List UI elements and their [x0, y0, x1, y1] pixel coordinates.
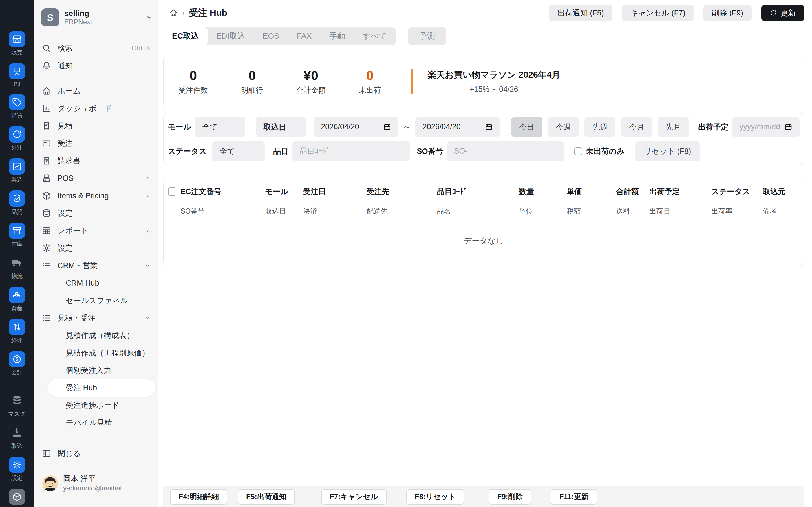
receipt-icon [42, 121, 51, 131]
store-icon [9, 31, 25, 47]
tab-ec-import[interactable]: EC取込 [163, 27, 207, 45]
sidebar-item-quote-bom[interactable]: 見積作成（構成表） [36, 327, 156, 344]
tab-all[interactable]: すべて [354, 27, 396, 45]
so-number-input-wrap [447, 141, 564, 161]
sidebar-item-quote-process-cost[interactable]: 見積作成（工程別原価） [36, 344, 156, 362]
item-filter-label: 品目 [273, 146, 289, 156]
fkey-f9[interactable]: F9:削除 [489, 489, 531, 505]
ship-notice-button[interactable]: 出荷通知 (F5) [549, 5, 612, 21]
sidebar-item-sales-funnel[interactable]: セールスファネル [36, 292, 156, 309]
sidebar-item-order-progress-board[interactable]: 受注進捗ボード [36, 397, 156, 414]
quick-date-先週[interactable]: 先週 [585, 117, 615, 137]
workspace-switcher[interactable]: S selling ERPNext [41, 7, 153, 27]
sidebar-item-crm-sales[interactable]: CRM・営業 [36, 257, 156, 274]
sidebar-item-settings[interactable]: 設定 [36, 239, 156, 257]
sidebar-item-sales-order[interactable]: 受注 [36, 135, 156, 152]
sidebar-item-invoice[interactable]: 請求書 [36, 152, 156, 170]
list-icon [42, 313, 51, 323]
sidebar-notifications-label: 通知 [57, 61, 73, 71]
sidebar-item-order-hub[interactable]: 受注 Hub [48, 379, 156, 397]
fkey-f11[interactable]: F11:更新 [551, 489, 597, 505]
orders-table: EC注文番号モール受注日受注先品目ｺｰﾄﾞ数量単価合計額出荷予定ステータス取込元… [163, 180, 804, 266]
quick-date-先月[interactable]: 先月 [658, 117, 689, 137]
main-header: / 受注 Hub 出荷通知 (F5)キャンセル (F7)削除 (F9)更新 [158, 0, 812, 26]
date-range-separator: ～ [403, 121, 411, 133]
sidebar-item-items-pricing[interactable]: Items & Pricing [36, 187, 156, 205]
quick-date-今日[interactable]: 今日 [511, 117, 542, 137]
sidebar-item-crm-hub[interactable]: CRM Hub [36, 274, 156, 292]
ingots-icon [9, 287, 25, 303]
sidebar-item-quote[interactable]: 見積 [36, 117, 156, 135]
sidebar-item-settings-db[interactable]: 設定 [36, 205, 156, 222]
fkey-f7[interactable]: F7:キャンセル [321, 489, 387, 505]
sidebar-search[interactable]: 検索 Ctrl+K [36, 40, 156, 57]
rail-item-settings[interactable]: 設定 [8, 457, 26, 482]
sidebar-search-label: 検索 [57, 43, 73, 53]
rail-item-logistics[interactable]: 物流 [9, 255, 25, 280]
reset-button[interactable]: リセット (F8) [635, 141, 700, 161]
tab-forecast[interactable]: 予測 [408, 27, 446, 45]
rail-item-dev[interactable]: 開発 [8, 489, 26, 507]
coin-icon [9, 351, 25, 367]
fkey-f5[interactable]: F5:出荷通知 [238, 489, 295, 505]
sidebar-quick: 検索 Ctrl+K 通知 [36, 40, 156, 74]
date-field-select[interactable]: 取込日 [256, 117, 306, 137]
rail-item-assets[interactable]: 資産 [9, 287, 25, 312]
tab-edi-import[interactable]: EDI取込 [207, 27, 254, 45]
sidebar-notifications[interactable]: 通知 [36, 57, 156, 74]
select-all-checkbox[interactable] [168, 187, 176, 196]
rail-item-quality[interactable]: 品質 [9, 190, 25, 216]
refresh-button[interactable]: 更新 [761, 5, 804, 21]
date-from-input[interactable]: 2026/04/20 [313, 117, 398, 137]
item-code-input-wrap [292, 141, 410, 161]
quick-date-今月[interactable]: 今月 [621, 117, 652, 137]
rail-item-pj[interactable]: PJ [9, 63, 25, 87]
unshipped-only-checkbox[interactable] [574, 147, 582, 155]
sidebar-item-pos[interactable]: POS [36, 170, 156, 187]
table-header-cell: ステータス [711, 186, 763, 196]
app: 販売PJ購買外注製造品質在庫物流資産経理会計 マスタ取込設定開発 S selli… [0, 0, 812, 507]
delete-button[interactable]: 削除 (F9) [703, 5, 752, 21]
date-to-input[interactable]: 2026/04/20 [415, 117, 500, 137]
user-menu[interactable]: 岡本 洋平 y-okamoto@maihat... [42, 470, 153, 497]
rail-item-import[interactable]: 取込 [8, 425, 26, 450]
table-header-cell: 合計額 [616, 186, 649, 196]
shield-check-icon [9, 190, 25, 207]
item-code-input[interactable] [300, 147, 402, 156]
rail-item-inventory[interactable]: 在庫 [9, 223, 25, 248]
rail-item-accounting[interactable]: 経理 [9, 319, 25, 344]
home-icon [42, 86, 51, 96]
rail-item-sales[interactable]: 販売 [9, 31, 25, 56]
presentation-icon [9, 63, 25, 79]
rail-item-finance[interactable]: 会計 [9, 351, 25, 376]
tab-manual[interactable]: 手動 [320, 27, 354, 45]
sidebar-item-dashboard[interactable]: ダッシュボード [36, 100, 156, 117]
avatar [42, 475, 58, 491]
sidebar-item-report[interactable]: レポート [36, 222, 156, 239]
mall-select[interactable]: 全て [195, 117, 245, 137]
archive-icon [9, 223, 25, 239]
fkey-f4[interactable]: F4:明細詳細 [170, 489, 227, 505]
workspace-avatar: S [41, 8, 59, 26]
quick-date-今週[interactable]: 今週 [548, 117, 579, 137]
sidebar-item-home[interactable]: ホーム [36, 82, 156, 100]
ship-date-label: 出荷予定 [698, 122, 728, 132]
sidebar-item-mobile-quote[interactable]: モバイル見積 [36, 414, 156, 425]
status-select[interactable]: 全て [212, 141, 265, 161]
ship-date-input[interactable]: yyyy/mm/dd [732, 117, 800, 137]
tab-fax[interactable]: FAX [288, 27, 320, 45]
home-icon[interactable] [169, 8, 178, 17]
rail-item-manufacturing[interactable]: 製造 [9, 158, 25, 184]
tab-eos[interactable]: EOS [254, 27, 288, 45]
rail-item-purchase[interactable]: 購買 [9, 94, 25, 119]
so-number-input[interactable] [454, 147, 557, 156]
sidebar-item-quote-order[interactable]: 見積・受注 [36, 309, 156, 327]
sidebar-collapse[interactable]: 閉じる [36, 445, 156, 462]
fkey-f8[interactable]: F8:リセット [406, 489, 464, 505]
sidebar-item-individual-order-entry[interactable]: 個別受注入力 [36, 362, 156, 379]
campaign-subtitle: +15% ～04/26 [427, 84, 560, 94]
cancel-button[interactable]: キャンセル (F7) [622, 5, 694, 21]
rail-item-master[interactable]: マスタ [8, 392, 26, 418]
rail-item-outsource[interactable]: 外注 [9, 126, 25, 152]
table-header-cell: 出荷予定 [649, 186, 711, 196]
